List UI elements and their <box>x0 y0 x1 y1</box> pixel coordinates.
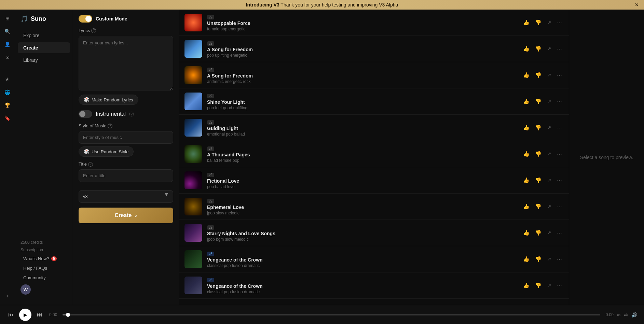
song-share-button[interactable]: ↗ <box>546 18 553 27</box>
song-share-button[interactable]: ↗ <box>546 281 553 290</box>
song-dislike-button[interactable]: 👎 <box>534 228 543 237</box>
volume-icon[interactable]: 🔊 <box>631 312 637 318</box>
title-help-icon[interactable]: ? <box>88 162 93 167</box>
song-more-button[interactable]: ⋯ <box>556 18 563 27</box>
song-more-button[interactable]: ⋯ <box>556 176 563 185</box>
nav-item-explore[interactable]: Explore <box>18 30 70 41</box>
song-item[interactable]: v2 A Song for Freedom pop uplifting ener… <box>179 36 569 62</box>
song-more-button[interactable]: ⋯ <box>556 281 563 290</box>
song-like-button[interactable]: 👍 <box>522 123 531 132</box>
instrumental-help-icon[interactable]: ? <box>129 112 134 116</box>
song-share-button[interactable]: ↗ <box>546 202 553 211</box>
logo-icon: 🎵 <box>20 15 28 23</box>
song-more-button[interactable]: ⋯ <box>556 255 563 264</box>
song-dislike-button[interactable]: 👎 <box>534 255 543 264</box>
song-share-button[interactable]: ↗ <box>546 71 553 80</box>
song-share-button[interactable]: ↗ <box>546 97 553 106</box>
song-like-button[interactable]: 👍 <box>522 255 531 264</box>
song-version-badge: v2 <box>207 225 214 230</box>
progress-dot <box>66 313 70 317</box>
song-like-button[interactable]: 👍 <box>522 281 531 290</box>
song-dislike-button[interactable]: 👎 <box>534 150 543 158</box>
sidebar-icon-add[interactable]: ＋ <box>2 291 13 301</box>
style-help-icon[interactable]: ? <box>108 124 112 128</box>
song-item[interactable]: v2 Ephemeral Love jpop slow melodic 👍 👎 … <box>179 194 569 220</box>
song-dislike-button[interactable]: 👎 <box>534 18 543 27</box>
song-item[interactable]: v2 A Thousand Pages ballad female pop 👍 … <box>179 141 569 167</box>
banner-close-button[interactable]: × <box>635 1 639 9</box>
make-random-lyrics-button[interactable]: 🎲 Make Random Lyrics <box>79 95 138 105</box>
sidebar-icon-messages[interactable]: ✉ <box>2 52 13 63</box>
song-dislike-button[interactable]: 👎 <box>534 123 543 132</box>
song-dislike-button[interactable]: 👎 <box>534 71 543 80</box>
song-dislike-button[interactable]: 👎 <box>534 202 543 211</box>
song-share-button[interactable]: ↗ <box>546 255 553 264</box>
version-select[interactable]: v3 v2 <box>79 190 173 203</box>
song-more-button[interactable]: ⋯ <box>556 97 563 106</box>
song-share-button[interactable]: ↗ <box>546 44 553 53</box>
song-item[interactable]: v2 Shine Your Light pop feel-good uplift… <box>179 88 569 115</box>
nav-item-whats-new[interactable]: What's New? 5 <box>18 254 70 263</box>
song-more-button[interactable]: ⋯ <box>556 228 563 237</box>
song-share-button[interactable]: ↗ <box>546 176 553 185</box>
song-item[interactable]: v3 Vengeance of the Crown classical-pop … <box>179 272 569 299</box>
lyrics-help-icon[interactable]: ? <box>91 28 96 33</box>
song-like-button[interactable]: 👍 <box>522 71 531 80</box>
whats-new-count: 5 <box>51 256 57 261</box>
nav-item-help[interactable]: Help / FAQs <box>18 264 70 273</box>
song-like-button[interactable]: 👍 <box>522 97 531 106</box>
song-like-button[interactable]: 👍 <box>522 150 531 158</box>
loop-icon[interactable]: ∞ <box>617 312 620 318</box>
song-share-button[interactable]: ↗ <box>546 228 553 237</box>
song-more-button[interactable]: ⋯ <box>556 71 563 80</box>
progress-bar[interactable] <box>63 314 600 315</box>
sidebar-icon-trophy[interactable]: 🏆 <box>2 100 13 111</box>
song-title: Unstoppable Force <box>207 20 517 26</box>
song-item[interactable]: v2 Starry Nights and Love Songs jpop bgm… <box>179 220 569 246</box>
song-share-button[interactable]: ↗ <box>546 123 553 132</box>
sidebar-icon-profile[interactable]: 👤 <box>2 39 13 50</box>
song-like-button[interactable]: 👍 <box>522 18 531 27</box>
nav-item-community[interactable]: Community <box>18 273 70 282</box>
sidebar-icon-bookmark[interactable]: 🔖 <box>2 113 13 124</box>
song-info: v2 Shine Your Light pop feel-good uplift… <box>207 93 517 110</box>
song-more-button[interactable]: ⋯ <box>556 202 563 211</box>
next-button[interactable]: ⏭ <box>36 310 44 319</box>
sidebar-icon-star[interactable]: ★ <box>2 74 13 85</box>
instrumental-switch[interactable] <box>79 110 92 118</box>
song-item[interactable]: v2 Fictional Love pop ballad love 👍 👎 ↗ … <box>179 167 569 194</box>
prev-button[interactable]: ⏮ <box>7 310 15 319</box>
nav-item-library[interactable]: Library <box>18 55 70 66</box>
song-share-button[interactable]: ↗ <box>546 150 553 158</box>
use-random-style-button[interactable]: 🎲 Use Random Style <box>79 146 134 157</box>
nav-item-create[interactable]: Create <box>18 42 70 53</box>
song-item[interactable]: v2 Guiding Light emotional pop ballad 👍 … <box>179 115 569 141</box>
song-item[interactable]: v3 Vengeance of the Crown classical-pop … <box>179 246 569 272</box>
song-more-button[interactable]: ⋯ <box>556 44 563 53</box>
song-tags: classical-pop fusion dramatic <box>207 290 517 294</box>
song-more-button[interactable]: ⋯ <box>556 150 563 158</box>
sidebar-icon-search[interactable]: 🔍 <box>2 26 13 37</box>
song-dislike-button[interactable]: 👎 <box>534 44 543 53</box>
song-like-button[interactable]: 👍 <box>522 44 531 53</box>
song-version-badge: v2 <box>207 120 214 125</box>
user-avatar[interactable]: W <box>20 284 31 295</box>
song-dislike-button[interactable]: 👎 <box>534 281 543 290</box>
style-input[interactable] <box>79 131 173 144</box>
song-item[interactable]: v2 Unstoppable Force female pop energeti… <box>179 10 569 36</box>
sidebar-icon-home[interactable]: ⊞ <box>2 13 13 24</box>
play-button[interactable]: ▶ <box>19 309 31 321</box>
song-more-button[interactable]: ⋯ <box>556 123 563 132</box>
song-item[interactable]: v2 A Song for Freedom anthemic energetic… <box>179 62 569 88</box>
lyrics-input[interactable] <box>79 36 173 90</box>
title-input[interactable] <box>79 169 173 182</box>
sidebar-icon-globe[interactable]: 🌐 <box>2 87 13 98</box>
song-like-button[interactable]: 👍 <box>522 202 531 211</box>
song-like-button[interactable]: 👍 <box>522 176 531 185</box>
song-dislike-button[interactable]: 👎 <box>534 176 543 185</box>
custom-mode-switch[interactable] <box>79 15 92 23</box>
shuffle-icon[interactable]: ⇄ <box>624 312 628 318</box>
create-button[interactable]: Create ♪ <box>79 208 173 223</box>
song-like-button[interactable]: 👍 <box>522 228 531 237</box>
song-dislike-button[interactable]: 👎 <box>534 97 543 106</box>
